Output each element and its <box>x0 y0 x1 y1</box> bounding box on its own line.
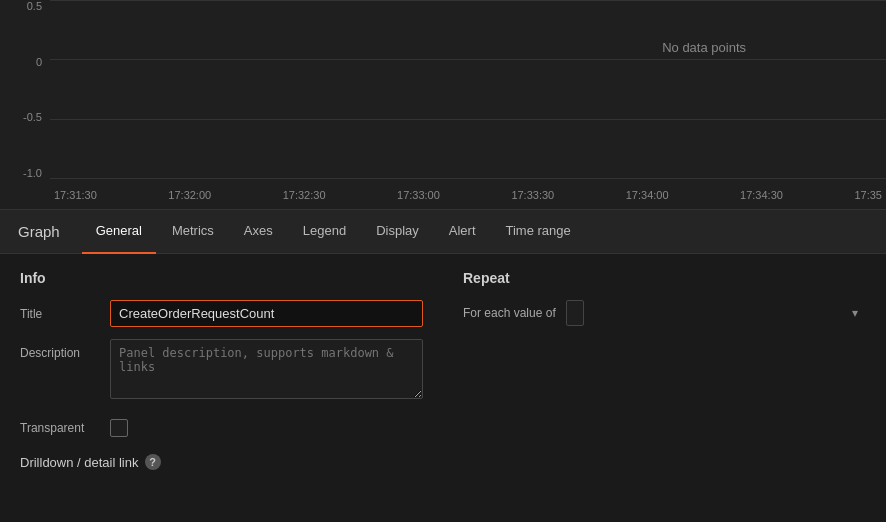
tab-time-range[interactable]: Time range <box>492 210 585 254</box>
drilldown-label: Drilldown / detail link <box>20 455 139 470</box>
repeat-select-wrapper <box>566 300 866 326</box>
title-field <box>110 300 423 327</box>
transparent-label: Transparent <box>20 414 110 435</box>
x-label-5: 17:33:30 <box>511 189 554 201</box>
x-label-1: 17:31:30 <box>54 189 97 201</box>
tab-legend[interactable]: Legend <box>289 210 360 254</box>
grid-line-3 <box>50 119 886 120</box>
grid-line-1 <box>50 0 886 1</box>
description-label: Description <box>20 339 110 360</box>
x-label-7: 17:34:30 <box>740 189 783 201</box>
chart-grid <box>50 0 886 179</box>
transparent-checkbox[interactable] <box>110 419 128 437</box>
tab-axes[interactable]: Axes <box>230 210 287 254</box>
transparent-row: Transparent <box>20 414 423 442</box>
x-axis-labels: 17:31:30 17:32:00 17:32:30 17:33:00 17:3… <box>50 181 886 209</box>
repeat-sublabel: For each value of <box>463 306 556 320</box>
repeat-panel: Repeat For each value of <box>443 270 866 506</box>
tab-alert[interactable]: Alert <box>435 210 490 254</box>
tab-metrics[interactable]: Metrics <box>158 210 228 254</box>
x-label-3: 17:32:30 <box>283 189 326 201</box>
transparent-field <box>110 414 423 442</box>
y-axis-labels: 0.5 0 -0.5 -1.0 <box>0 0 48 179</box>
description-row: Description <box>20 339 423 402</box>
drilldown-section: Drilldown / detail link ? <box>20 454 423 470</box>
graph-label: Graph <box>10 223 68 240</box>
info-panel: Info Title Description Transparent <box>20 270 423 506</box>
tab-display[interactable]: Display <box>362 210 433 254</box>
no-data-label: No data points <box>662 40 746 55</box>
tab-general[interactable]: General <box>82 210 156 254</box>
title-input[interactable] <box>110 300 423 327</box>
repeat-section-title: Repeat <box>463 270 866 286</box>
x-label-2: 17:32:00 <box>168 189 211 201</box>
grid-line-4 <box>50 178 886 179</box>
x-label-6: 17:34:00 <box>626 189 669 201</box>
description-field <box>110 339 423 402</box>
y-label-4: -1.0 <box>23 167 42 179</box>
title-label: Title <box>20 300 110 321</box>
help-icon[interactable]: ? <box>145 454 161 470</box>
transparent-checkbox-wrapper <box>110 414 423 442</box>
grid-line-2 <box>50 59 886 60</box>
chart-area: 0.5 0 -0.5 -1.0 No data points 17:31:30 … <box>0 0 886 210</box>
info-section-title: Info <box>20 270 423 286</box>
y-label-3: -0.5 <box>23 111 42 123</box>
y-label-2: 0 <box>36 56 42 68</box>
x-label-8: 17:35 <box>854 189 882 201</box>
x-label-4: 17:33:00 <box>397 189 440 201</box>
y-label-1: 0.5 <box>27 0 42 12</box>
content-area: Info Title Description Transparent <box>0 254 886 522</box>
tabs-bar: Graph General Metrics Axes Legend Displa… <box>0 210 886 254</box>
repeat-row: For each value of <box>463 300 866 326</box>
title-row: Title <box>20 300 423 327</box>
description-textarea[interactable] <box>110 339 423 399</box>
repeat-select[interactable] <box>566 300 584 326</box>
